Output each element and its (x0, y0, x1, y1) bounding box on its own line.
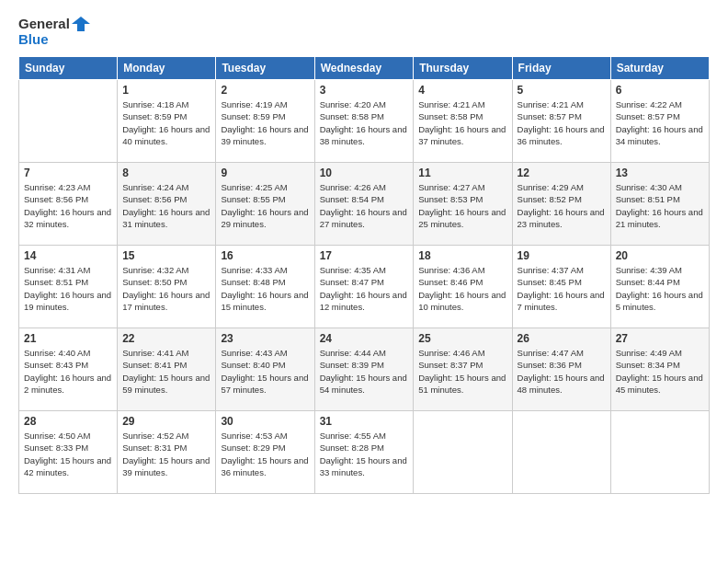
day-info: Sunrise: 4:29 AM Sunset: 8:52 PM Dayligh… (518, 181, 606, 230)
day-number: 3 (320, 84, 409, 97)
day-number: 21 (24, 332, 112, 345)
sunrise: Sunrise: 4:18 AM (122, 99, 188, 109)
sunrise: Sunrise: 4:21 AM (418, 99, 484, 109)
day-number: 1 (122, 84, 210, 97)
calendar-cell: 11 Sunrise: 4:27 AM Sunset: 8:53 PM Dayl… (414, 163, 512, 246)
day-number: 5 (518, 84, 606, 97)
day-info: Sunrise: 4:35 AM Sunset: 8:47 PM Dayligh… (320, 264, 409, 313)
svg-marker-0 (72, 17, 90, 31)
daylight: Daylight: 16 hours and 23 minutes. (518, 207, 605, 229)
day-number: 4 (418, 84, 506, 97)
daylight: Daylight: 15 hours and 33 minutes. (320, 455, 407, 477)
daylight: Daylight: 15 hours and 59 minutes. (122, 373, 210, 395)
calendar-header-friday: Friday (512, 57, 610, 80)
calendar-week-row: 28 Sunrise: 4:50 AM Sunset: 8:33 PM Dayl… (19, 411, 710, 494)
daylight: Daylight: 16 hours and 5 minutes. (616, 290, 703, 312)
calendar-cell: 9 Sunrise: 4:25 AM Sunset: 8:55 PM Dayli… (216, 163, 314, 246)
day-number: 23 (221, 332, 309, 345)
day-info: Sunrise: 4:47 AM Sunset: 8:36 PM Dayligh… (518, 347, 606, 396)
day-number: 13 (616, 167, 704, 179)
daylight: Daylight: 16 hours and 31 minutes. (122, 207, 210, 229)
calendar-cell (414, 411, 512, 494)
day-number: 28 (24, 415, 112, 428)
sunrise: Sunrise: 4:44 AM (320, 348, 386, 358)
daylight: Daylight: 16 hours and 12 minutes. (320, 290, 407, 312)
sunrise: Sunrise: 4:21 AM (518, 99, 584, 109)
calendar-cell: 6 Sunrise: 4:22 AM Sunset: 8:57 PM Dayli… (610, 80, 709, 163)
daylight: Daylight: 16 hours and 37 minutes. (418, 124, 506, 146)
daylight: Daylight: 16 hours and 40 minutes. (122, 124, 210, 146)
calendar-cell: 18 Sunrise: 4:36 AM Sunset: 8:46 PM Dayl… (414, 246, 512, 328)
sunset: Sunset: 8:54 PM (320, 194, 384, 204)
day-number: 12 (518, 167, 606, 179)
calendar-cell (512, 411, 610, 494)
daylight: Daylight: 16 hours and 17 minutes. (122, 290, 210, 312)
day-number: 30 (221, 415, 309, 428)
calendar-cell: 15 Sunrise: 4:32 AM Sunset: 8:50 PM Dayl… (118, 246, 216, 328)
daylight: Daylight: 16 hours and 7 minutes. (518, 290, 605, 312)
sunrise: Sunrise: 4:46 AM (418, 348, 484, 358)
calendar-cell: 23 Sunrise: 4:43 AM Sunset: 8:40 PM Dayl… (216, 328, 314, 411)
day-info: Sunrise: 4:30 AM Sunset: 8:51 PM Dayligh… (616, 181, 704, 230)
day-number: 9 (221, 167, 309, 179)
day-number: 16 (221, 249, 309, 262)
daylight: Daylight: 16 hours and 10 minutes. (418, 290, 506, 312)
sunset: Sunset: 8:43 PM (24, 360, 88, 370)
day-number: 7 (24, 167, 112, 179)
daylight: Daylight: 15 hours and 36 minutes. (221, 455, 308, 477)
sunrise: Sunrise: 4:47 AM (518, 348, 584, 358)
calendar-cell: 8 Sunrise: 4:24 AM Sunset: 8:56 PM Dayli… (118, 163, 216, 246)
sunset: Sunset: 8:58 PM (418, 111, 483, 121)
day-number: 27 (616, 332, 704, 345)
calendar-cell: 31 Sunrise: 4:55 AM Sunset: 8:28 PM Dayl… (314, 411, 414, 494)
calendar-cell: 16 Sunrise: 4:33 AM Sunset: 8:48 PM Dayl… (216, 246, 314, 328)
sunrise: Sunrise: 4:22 AM (616, 99, 682, 109)
calendar-cell: 22 Sunrise: 4:41 AM Sunset: 8:41 PM Dayl… (118, 328, 216, 411)
day-info: Sunrise: 4:41 AM Sunset: 8:41 PM Dayligh… (122, 347, 210, 396)
sunset: Sunset: 8:53 PM (418, 194, 483, 204)
sunset: Sunset: 8:29 PM (221, 442, 285, 453)
daylight: Daylight: 16 hours and 19 minutes. (24, 290, 111, 312)
sunset: Sunset: 8:57 PM (616, 111, 680, 121)
day-info: Sunrise: 4:33 AM Sunset: 8:48 PM Dayligh… (221, 264, 309, 313)
calendar-cell: 1 Sunrise: 4:18 AM Sunset: 8:59 PM Dayli… (118, 80, 216, 163)
sunrise: Sunrise: 4:37 AM (518, 265, 584, 275)
daylight: Daylight: 16 hours and 38 minutes. (320, 124, 407, 146)
day-number: 6 (616, 84, 704, 97)
sunset: Sunset: 8:56 PM (122, 194, 187, 204)
sunrise: Sunrise: 4:24 AM (122, 182, 188, 192)
calendar-page: General Blue SundayMondayTuesdayWednesda… (0, 0, 728, 563)
sunset: Sunset: 8:39 PM (320, 360, 384, 370)
sunrise: Sunrise: 4:27 AM (418, 182, 484, 192)
sunset: Sunset: 8:52 PM (518, 194, 582, 204)
sunset: Sunset: 8:44 PM (616, 277, 680, 287)
calendar-header-sunday: Sunday (19, 57, 118, 80)
day-info: Sunrise: 4:46 AM Sunset: 8:37 PM Dayligh… (418, 347, 506, 396)
logo-general: General (18, 16, 70, 31)
calendar-header-tuesday: Tuesday (216, 57, 314, 80)
calendar-cell: 17 Sunrise: 4:35 AM Sunset: 8:47 PM Dayl… (314, 246, 414, 328)
day-info: Sunrise: 4:21 AM Sunset: 8:57 PM Dayligh… (518, 98, 606, 147)
calendar-week-row: 21 Sunrise: 4:40 AM Sunset: 8:43 PM Dayl… (19, 328, 710, 411)
day-number: 14 (24, 249, 112, 262)
logo-bird-icon (72, 15, 90, 31)
calendar-cell: 28 Sunrise: 4:50 AM Sunset: 8:33 PM Dayl… (19, 411, 118, 494)
daylight: Daylight: 16 hours and 39 minutes. (221, 124, 308, 146)
day-info: Sunrise: 4:53 AM Sunset: 8:29 PM Dayligh… (221, 430, 309, 478)
day-info: Sunrise: 4:49 AM Sunset: 8:34 PM Dayligh… (616, 347, 704, 396)
sunrise: Sunrise: 4:43 AM (221, 348, 287, 358)
calendar-cell: 7 Sunrise: 4:23 AM Sunset: 8:56 PM Dayli… (19, 163, 118, 246)
sunrise: Sunrise: 4:53 AM (221, 431, 287, 441)
day-number: 2 (221, 84, 309, 97)
calendar-cell: 12 Sunrise: 4:29 AM Sunset: 8:52 PM Dayl… (512, 163, 610, 246)
sunrise: Sunrise: 4:36 AM (418, 265, 484, 275)
calendar-cell: 13 Sunrise: 4:30 AM Sunset: 8:51 PM Dayl… (610, 163, 709, 246)
day-number: 18 (418, 249, 506, 262)
calendar-cell: 27 Sunrise: 4:49 AM Sunset: 8:34 PM Dayl… (610, 328, 709, 411)
sunset: Sunset: 8:51 PM (616, 194, 680, 204)
sunset: Sunset: 8:46 PM (418, 277, 483, 287)
sunrise: Sunrise: 4:30 AM (616, 182, 682, 192)
daylight: Daylight: 15 hours and 45 minutes. (616, 373, 703, 395)
day-number: 15 (122, 249, 210, 262)
day-number: 19 (518, 249, 606, 262)
